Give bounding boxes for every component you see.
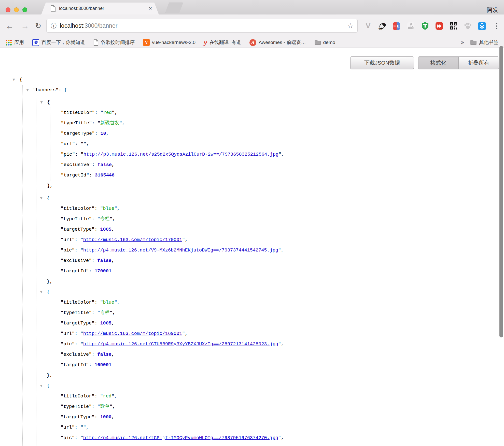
site-info-icon[interactable]: ⓘ [51,22,57,30]
json-line: "targetId": 169001 [61,360,494,370]
tab-title: localhost:3000/banner [59,6,145,11]
vue-icon: V [143,39,150,46]
json-line: ▼{ [47,97,494,108]
json-url-link[interactable]: http://p4.music.126.net/CTU5B9R9y3XyYBZX… [83,341,278,347]
json-line: }, [47,370,494,381]
json-url-link[interactable]: http://p4.music.126.net/V9-MXz6b2MNhEKju… [83,248,278,253]
extension-vue-devtools-icon[interactable]: V [364,22,372,30]
extension-paw-icon[interactable] [464,22,472,30]
bookmark-label: vue-hackernews-2.0 [152,40,195,45]
json-line: }, [47,276,494,287]
svg-text:en: en [379,27,382,30]
json-line: "targetType": 1000, [61,412,494,422]
json-url-link[interactable]: http://p4.music.126.net/tGPljf-IMOCyPvum… [83,435,278,441]
extension-icons-row: V 英 en FE [364,14,486,37]
bookmark-apps[interactable]: 应用 [6,39,24,46]
view-mode-toggle: 格式化 折叠所有 [418,56,499,69]
collapse-toggle-icon[interactable]: ▼ [38,193,44,203]
forward-button: → [21,14,29,37]
collapse-toggle-icon[interactable]: ▼ [38,287,44,297]
other-bookmarks-folder[interactable]: 其他书签 [470,39,498,46]
json-line: "url": "", [61,139,494,149]
extension-translator-icon[interactable]: 英 en [378,22,386,30]
json-line: "targetId": 170001 [61,266,494,276]
extension-qr-code-icon[interactable] [449,22,458,30]
json-line: "titleColor": "red", [61,391,494,402]
url-path: :3000/banner [83,22,118,29]
tab-close-icon[interactable]: ✕ [149,6,152,11]
bookmark-label: 在线翻译_有道 [209,39,241,46]
json-line: "exclusive": false, [61,160,494,170]
window-titlebar: localhost:3000/banner ✕ 阿发 [0,0,504,14]
json-url-link[interactable]: http://music.163.com/m/topic/170001 [83,237,182,243]
bookmark-label: 应用 [14,39,24,46]
extension-fe-helper-icon[interactable]: FE [392,22,401,30]
profile-name[interactable]: 阿发 [487,6,498,14]
extension-sitemap-icon[interactable] [407,22,415,30]
collapse-toggle-icon[interactable]: ▼ [11,75,17,85]
bookmark-label: demo [323,40,335,45]
bookmark-awesomes[interactable]: A Awesomes - 前端资… [249,39,306,46]
json-url-link[interactable]: http://music.163.com/m/topic/169001 [83,331,182,336]
back-button[interactable]: ← [6,14,14,37]
json-line: "exclusive": false [61,443,494,446]
bookmark-youdao[interactable]: y 在线翻译_有道 [204,39,241,46]
reload-button[interactable]: ↻ [35,14,41,37]
collapse-toggle-icon[interactable]: ▼ [25,85,30,95]
page-icon [93,39,99,46]
json-line: "titleColor": "red", [61,108,494,118]
folder-icon [470,40,477,45]
bookmark-google-sort[interactable]: 谷歌按时间排序 [93,39,135,46]
json-line: "pic": "http://p3.music.126.net/s25q2x5Q… [61,149,494,160]
format-button[interactable]: 格式化 [418,57,458,69]
svg-text:英: 英 [383,22,386,26]
bookmark-star-icon[interactable]: ☆ [347,22,353,30]
chrome-menu-icon[interactable] [496,14,497,37]
bookmark-label: 其他书签 [479,39,498,46]
bookmark-vue-hackernews[interactable]: V vue-hackernews-2.0 [143,39,195,46]
collapse-toggle-icon[interactable]: ▼ [38,381,44,391]
extension-thunder-download-icon[interactable] [478,22,486,30]
json-line: "targetType": 10, [61,128,494,139]
minimize-window-button[interactable] [14,7,19,12]
browser-toolbar: ← → ↻ ⓘ localhost:3000/banner ☆ V 英 en F… [0,14,504,37]
json-line: "typeTitle": "专栏", [61,214,494,224]
bookmarks-overflow-chevron[interactable]: » [461,39,464,46]
json-line: }, [47,181,494,191]
new-tab-button[interactable] [165,3,183,13]
browser-tab[interactable]: localhost:3000/banner ✕ [41,3,159,14]
url-host: localhost [60,22,83,29]
json-line: ▼{ [47,193,494,203]
collapse-all-button[interactable]: 折叠所有 [458,57,499,69]
fullscreen-window-button[interactable] [22,7,27,12]
bookmark-folder-demo[interactable]: demo [314,40,335,45]
close-window-button[interactable] [6,7,10,12]
extension-fast-forward-icon[interactable] [435,22,443,30]
json-line: "targetType": 1005, [61,318,494,329]
json-line: "url": "", [61,422,494,433]
json-line: "targetType": 1005, [61,224,494,235]
extension-tampermonkey-shield-icon[interactable] [421,22,429,30]
scrollbar-thumb[interactable] [499,46,503,337]
bookmarks-bar: 应用 百度一下，你就知道 谷歌按时间排序 V vue-hackernews-2.… [0,37,504,48]
json-tree: ▼{▼"banners": [▼{"titleColor": "red","ty… [0,75,504,446]
hover-highlight-box: ▼{"titleColor": "red","typeTitle": "新碟首发… [37,96,494,192]
url-text[interactable]: localhost:3000/banner [60,22,117,29]
json-line: "targetId": 3165446 [61,170,494,181]
folder-icon [314,40,321,45]
json-line: "pic": "http://p4.music.126.net/V9-MXz6b… [61,245,494,256]
json-line: ▼{ [47,381,494,391]
baidu-paw-icon [32,39,39,46]
collapse-toggle-icon[interactable]: ▼ [39,97,44,108]
json-line: ▼"banners": [ [33,85,494,95]
awesomes-icon: A [249,39,256,46]
json-viewer-page: 下载JSON数据 格式化 折叠所有 ▼{▼"banners": [▼{"titl… [0,48,504,446]
json-line: "titleColor": "blue", [61,297,494,308]
bookmark-label: 百度一下，你就知道 [41,39,85,46]
window-controls [6,7,27,12]
json-url-link[interactable]: http://p3.music.126.net/s25q2x5QyqsAzilC… [83,152,278,157]
bookmark-baidu[interactable]: 百度一下，你就知道 [32,39,85,46]
address-bar[interactable]: ⓘ localhost:3000/banner ☆ [46,19,358,33]
json-line: "exclusive": false, [61,349,494,360]
download-json-button[interactable]: 下载JSON数据 [350,56,414,69]
